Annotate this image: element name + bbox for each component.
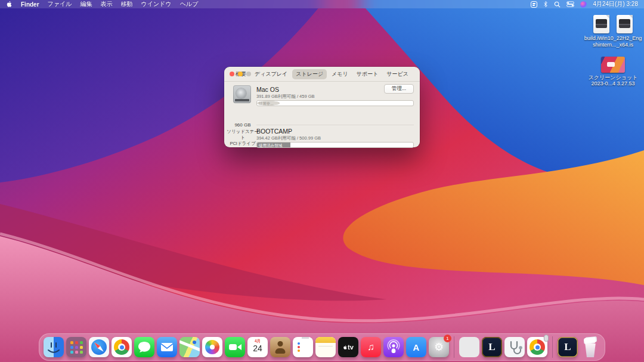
menu-item-finder[interactable]: Finder (21, 1, 39, 8)
tab-service[interactable]: サービス (383, 69, 412, 79)
dock-reminders-icon[interactable] (293, 337, 313, 357)
dock-safari-icon[interactable] (89, 337, 109, 357)
window-titlebar[interactable]: 概要 ディスプレイ ストレージ メモリ サポート サービス (224, 67, 420, 82)
tab-storage[interactable]: ストレージ (292, 69, 327, 79)
storage-tabs: 概要 ディスプレイ ストレージ メモリ サポート サービス (232, 69, 412, 79)
dock-stethoscope-app-icon[interactable] (504, 337, 525, 357)
row-divider (256, 125, 414, 125)
spotlight-search-icon[interactable] (554, 1, 561, 8)
dock-podcasts-icon[interactable] (383, 337, 404, 357)
desktop: Finder ファイル 編集 表示 移動 ウインドウ ヘルプ 4月24日(月) … (0, 0, 644, 362)
volume-detail-macos: 391.89 GB利用可能 / 459 GB (256, 94, 315, 100)
iso-file-icon[interactable] (593, 15, 609, 33)
manage-storage-button[interactable]: 管理... (384, 84, 414, 94)
siri-icon[interactable] (580, 1, 587, 8)
dock-messages-icon[interactable] (134, 337, 154, 357)
volume-name-macos: Mac OS (256, 86, 279, 93)
menu-clock[interactable]: 4月24日(月) 3:28 (593, 0, 638, 8)
menu-item-window[interactable]: ウインドウ (141, 0, 172, 8)
dock: 4月 24 tv ♫ A ⚙ 1 L L (39, 333, 605, 361)
dock-mail-icon[interactable] (157, 337, 177, 357)
dock-league-of-legends-file-icon[interactable]: L (558, 337, 578, 357)
dock-music-icon[interactable]: ♫ (361, 337, 381, 357)
big-sur-wallpaper (0, 0, 644, 362)
dock-contacts-icon[interactable] (270, 337, 290, 357)
menu-item-edit[interactable]: 編集 (80, 0, 92, 8)
screenshot-file-icon[interactable] (601, 57, 625, 73)
dock-separator (552, 336, 553, 358)
tab-display[interactable]: ディスプレイ (251, 69, 291, 79)
input-source-icon[interactable] (531, 1, 537, 8)
storage-bar-macos: 計算中... (256, 100, 414, 106)
zoom-button-disabled (246, 72, 251, 76)
notification-badge: 1 (444, 335, 451, 342)
storage-segment-used: 使用済み領域 (257, 143, 290, 147)
dock-calendar-icon[interactable]: 4月 24 (247, 337, 268, 357)
dock-notes-icon[interactable] (315, 337, 336, 357)
apple-menu-icon[interactable] (6, 1, 13, 8)
dock-system-preferences-icon[interactable]: ⚙ 1 (429, 337, 449, 357)
iso-file-icon[interactable] (617, 15, 633, 33)
tab-support[interactable]: サポート (353, 69, 382, 79)
control-center-icon[interactable] (566, 1, 574, 7)
dock-separator (454, 336, 454, 358)
menu-bar: Finder ファイル 編集 表示 移動 ウインドウ ヘルプ 4月24日(月) … (0, 0, 644, 8)
dock-maps-icon[interactable] (179, 337, 200, 357)
desktop-files: build.iWin10_22H2_Eng shintern..._x64.is… (584, 15, 642, 87)
dock-launchpad-icon[interactable] (66, 337, 86, 357)
menu-item-view[interactable]: 表示 (101, 0, 113, 8)
dock-chrome-icon[interactable] (112, 337, 132, 357)
internal-drive-icon (233, 85, 251, 103)
screenshot-file-label: スクリーンショット 2023-0...4 3.27.53 (589, 75, 638, 88)
close-button[interactable] (230, 72, 234, 76)
dock-chrome-update-icon[interactable] (527, 337, 547, 357)
volume-name-bootcamp: BOOTCAMP (256, 128, 292, 135)
menu-item-go[interactable]: 移動 (121, 0, 133, 8)
menu-item-help[interactable]: ヘルプ (180, 0, 199, 8)
dock-league-of-legends-icon[interactable]: L (482, 337, 502, 357)
dock-facetime-icon[interactable] (225, 337, 245, 357)
menu-item-file[interactable]: ファイル (48, 0, 72, 8)
dock-finder-icon[interactable] (44, 337, 64, 357)
minimize-button[interactable] (238, 72, 243, 76)
drive-label: 960 GB ソリッドステート PCIドライブ (225, 122, 260, 147)
volume-detail-bootcamp: 394.42 GB利用可能 / 500.99 GB (256, 135, 321, 141)
about-this-mac-storage-window: 概要 ディスプレイ ストレージ メモリ サポート サービス 960 GB ソリッ… (224, 67, 420, 147)
dock-apple-tv-icon[interactable]: tv (338, 337, 358, 357)
storage-segment-calculating: 計算中... (257, 101, 280, 106)
update-badge (544, 335, 549, 342)
dock-photos-icon[interactable] (202, 337, 222, 357)
dock-trash-icon[interactable] (580, 337, 600, 357)
dock-app-store-icon[interactable]: A (406, 337, 426, 357)
iso-file-label: build.iWin10_22H2_Eng shintern..._x64.is (584, 35, 642, 48)
tab-memory[interactable]: メモリ (328, 69, 352, 79)
dock-generic-app-icon[interactable] (459, 337, 479, 357)
storage-bar-bootcamp: 使用済み領域 (256, 142, 414, 148)
bluetooth-icon[interactable] (543, 1, 548, 8)
